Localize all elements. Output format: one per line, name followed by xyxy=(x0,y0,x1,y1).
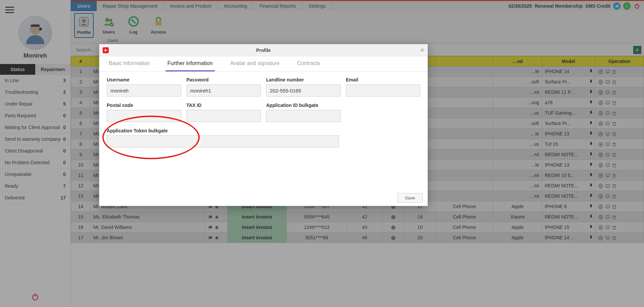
postal-label: Postal code xyxy=(107,103,181,108)
tax-input[interactable] xyxy=(187,110,261,122)
apptoken-label: Application Token bulkgate xyxy=(107,128,339,133)
email-label: Email xyxy=(346,77,420,82)
modal-tab-further-information[interactable]: Further information xyxy=(165,60,215,71)
modal-tab-contracts[interactable]: Contracts xyxy=(295,60,322,71)
password-label: Password xyxy=(187,77,261,82)
apptoken-input[interactable] xyxy=(107,135,339,147)
modal-close-button[interactable]: × xyxy=(420,46,424,54)
save-button[interactable]: Save xyxy=(397,193,423,203)
appid-label: Application ID bulkgate xyxy=(266,103,341,108)
landline-label: Landline number xyxy=(266,77,341,82)
tax-label: TAX ID xyxy=(187,103,261,108)
email-input[interactable] xyxy=(346,84,420,97)
modal-tab-avatar-and-signature[interactable]: Avatar and signature xyxy=(228,60,282,71)
password-input[interactable] xyxy=(187,84,261,97)
username-input[interactable] xyxy=(107,84,181,97)
profile-modal: Profile × Basic informationFurther infor… xyxy=(99,44,428,206)
username-label: Username xyxy=(107,77,181,82)
video-help-icon[interactable] xyxy=(103,47,109,53)
landline-input[interactable] xyxy=(266,84,341,97)
modal-title: Profile xyxy=(99,48,428,53)
postal-input[interactable] xyxy=(107,110,181,122)
appid-input[interactable] xyxy=(266,110,341,122)
modal-tab-basic-information[interactable]: Basic information xyxy=(107,60,152,71)
